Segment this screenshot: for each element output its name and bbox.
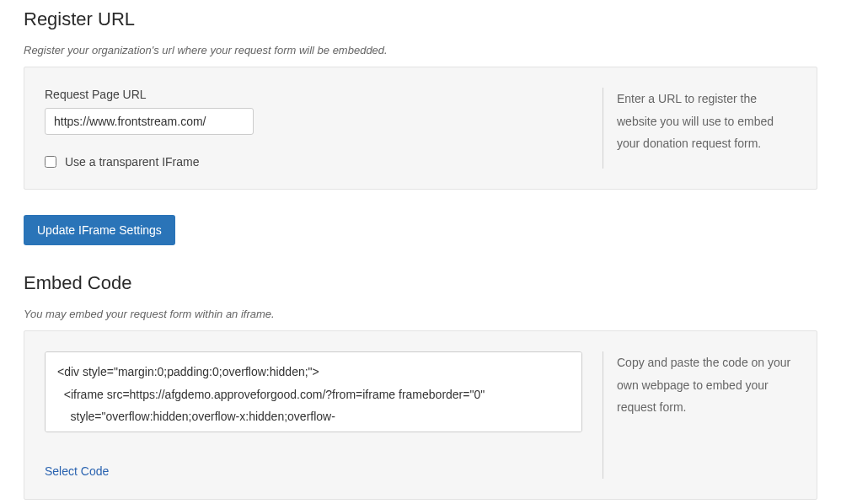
register-url-subtitle: Register your organization's url where y… [24, 44, 817, 56]
register-url-help: Enter a URL to register the website you … [603, 88, 796, 169]
register-url-heading: Register URL [24, 8, 817, 30]
register-url-panel: Request Page URL Use a transparent IFram… [24, 67, 817, 190]
embed-code-heading: Embed Code [24, 272, 817, 294]
transparent-iframe-label: Use a transparent IFrame [65, 155, 200, 169]
embed-code-panel: Select Code Copy and paste the code on y… [24, 330, 817, 500]
embed-code-help: Copy and paste the code on your own webp… [603, 351, 796, 479]
transparent-iframe-checkbox[interactable] [45, 156, 56, 168]
embed-code-textarea[interactable] [45, 351, 582, 432]
embed-code-subtitle: You may embed your request form within a… [24, 308, 817, 320]
select-code-link[interactable]: Select Code [45, 464, 109, 478]
request-page-url-input[interactable] [45, 108, 254, 135]
update-iframe-settings-button[interactable]: Update IFrame Settings [24, 215, 175, 245]
request-page-url-label: Request Page URL [45, 88, 582, 101]
